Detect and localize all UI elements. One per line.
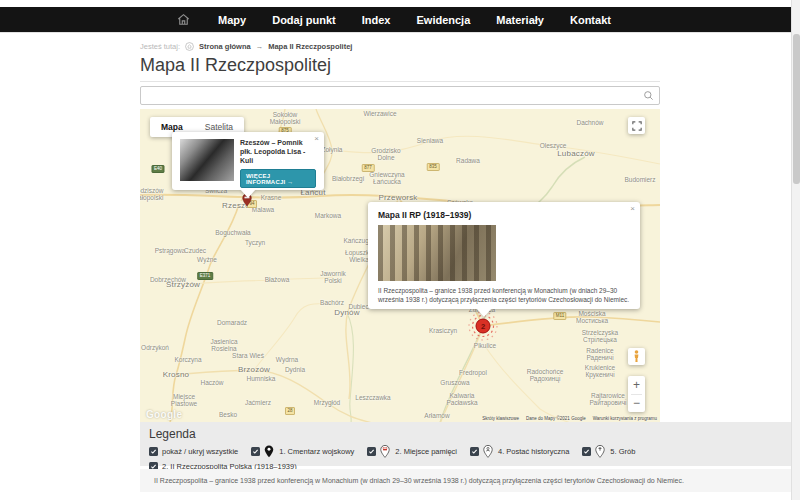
footer-note: II Rzeczpospolita – granice 1938 przed k… [140, 477, 684, 484]
legend-items: 1. Cmentarz wojskowy2. Miejsce pamięci4.… [251, 445, 648, 458]
legend-item: 5. Grób [582, 445, 635, 458]
infowindow2-photo [378, 225, 496, 281]
legend-label: 2. Miejsce pamięci [395, 447, 457, 456]
nav-item-kontakt[interactable]: Kontakt [557, 14, 624, 26]
top-navigation: MapyDodaj punktIndexEwidencjaMateriałyKo… [0, 7, 800, 32]
google-logo: Google [146, 409, 182, 420]
home-icon [176, 12, 191, 27]
toggle-all-checkbox[interactable] [149, 447, 158, 456]
breadcrumb-prefix: Jesteś tutaj: [140, 42, 180, 51]
legend-checkbox[interactable] [470, 447, 479, 456]
pin-grave-icon [595, 445, 606, 458]
page-title: Mapa II Rzeczpospolitej [140, 55, 660, 76]
keyboard-shortcuts-link[interactable]: Skróty klawiszowe [482, 416, 519, 421]
fullscreen-icon [632, 121, 642, 131]
pin-cemetery-icon [264, 445, 275, 458]
search-bar [140, 86, 660, 105]
cluster-count: 2 [481, 322, 485, 331]
nav-item-index[interactable]: Index [349, 14, 404, 26]
zoom-in-button[interactable]: + [628, 376, 645, 394]
road-shield: E40 [151, 165, 164, 173]
legend-checkbox[interactable] [582, 447, 591, 456]
infowindow2-tail [476, 308, 492, 317]
nav-menu: MapyDodaj punktIndexEwidencjaMateriałyKo… [205, 14, 624, 26]
fullscreen-button[interactable] [628, 117, 645, 134]
breadcrumb: Jesteś tutaj: Strona główna → Mapa II Rz… [140, 42, 660, 51]
legend-item: 1. Cmentarz wojskowy [251, 445, 354, 458]
legend-panel: Legenda pokaż / ukryj wszystkie 1. Cment… [140, 422, 792, 466]
toggle-all-label: pokaż / ukryj wszystkie [162, 447, 238, 456]
infowindow1-photo [180, 139, 234, 181]
legend-item: 4. Postać historyczna [470, 445, 569, 458]
pin-memory-icon [380, 445, 391, 458]
nav-item-materiały[interactable]: Materiały [483, 14, 557, 26]
legend-item: 2. Miejsce pamięci [367, 445, 457, 458]
street-view-pegman[interactable] [628, 348, 645, 365]
legend-checkbox[interactable] [251, 447, 260, 456]
infowindow1-tail [240, 189, 256, 198]
legend-label: 1. Cmentarz wojskowy [279, 447, 354, 456]
scrollbar-thumb[interactable] [793, 34, 800, 184]
breadcrumb-home-link[interactable]: Strona główna [199, 42, 251, 51]
road-shield: 835 [427, 163, 440, 171]
page: MapyDodaj punktIndexEwidencjaMateriałyKo… [0, 0, 800, 500]
legend-row-1: pokaż / ukryj wszystkie 1. Cmentarz wojs… [149, 445, 792, 458]
infowindow1-title: Rzeszów – Pomnik płk. Leopolda Lisa - Ku… [240, 139, 316, 165]
map-canvas[interactable]: Sokołów MałopolskiWierzawiceDachnówŻołyn… [140, 109, 660, 423]
road-shield: M11 [553, 312, 566, 320]
zoom-out-button[interactable]: − [628, 394, 645, 412]
infowindow-mapa-ii-rp: × Mapa II RP (1918–1939) II Rzeczpospoli… [368, 202, 640, 309]
more-info-button[interactable]: WIĘCEJ INFORMACJI → [240, 169, 316, 188]
content-area: Jesteś tutaj: Strona główna → Mapa II Rz… [140, 32, 660, 423]
infowindow2-close-icon[interactable]: × [630, 205, 635, 213]
road-shield: E371 [197, 272, 213, 280]
breadcrumb-current: Mapa II Rzeczpospolitej [268, 42, 352, 51]
infowindow2-description: II Rzeczpospolita – granice 1938 przed k… [378, 286, 630, 304]
home-button[interactable] [176, 12, 191, 27]
legend-toggle-all: pokaż / ukryj wszystkie [149, 447, 238, 456]
infowindow1-close-icon[interactable]: × [314, 135, 319, 143]
legend-title: Legenda [149, 427, 792, 441]
nav-item-dodaj-punkt[interactable]: Dodaj punkt [259, 14, 349, 26]
legend-checkbox[interactable] [367, 447, 376, 456]
infowindow2-title: Mapa II RP (1918–1939) [378, 210, 630, 220]
search-icon[interactable] [643, 90, 654, 101]
search-input[interactable] [141, 87, 643, 104]
pegman-icon [632, 350, 641, 363]
pin-person-icon [483, 445, 494, 458]
nav-item-ewidencja[interactable]: Ewidencja [403, 14, 483, 26]
title-divider [140, 81, 660, 82]
road-shield: 28 [285, 407, 295, 415]
map-data-copyright: Dane do Mapy ©2021 Google [526, 416, 586, 421]
infowindow-rzeszow: × Rzeszów – Pomnik płk. Leopolda Lisa - … [172, 132, 324, 190]
terms-link[interactable]: Warunki korzystania z programu [593, 416, 657, 421]
breadcrumb-home-icon [185, 42, 194, 51]
nav-item-mapy[interactable]: Mapy [205, 14, 259, 26]
map-attribution: Skróty klawiszowe Dane do Mapy ©2021 Goo… [482, 416, 657, 421]
browser-scrollbar[interactable] [791, 0, 800, 500]
breadcrumb-separator: → [256, 42, 264, 51]
footer-note-band: II Rzeczpospolita – granice 1938 przed k… [140, 469, 792, 492]
road-shield: 877 [362, 164, 375, 172]
legend-label: 4. Postać historyczna [498, 447, 569, 456]
legend-label: 5. Grób [610, 447, 635, 456]
zoom-control: + − [628, 376, 645, 412]
